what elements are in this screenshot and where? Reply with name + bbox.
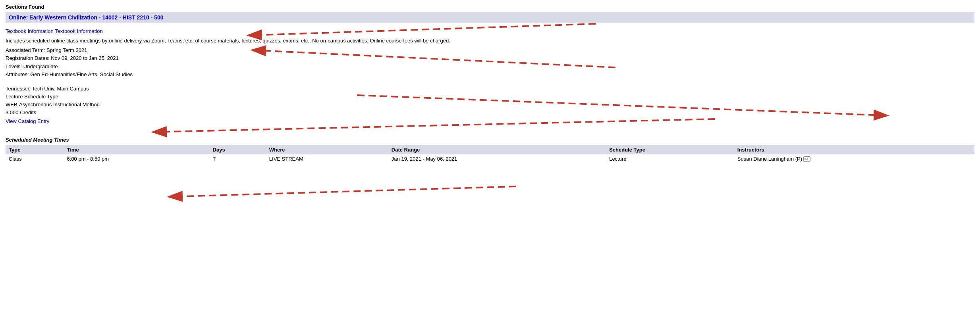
campus-info: Tennessee Tech Univ, Main Campus Lecture… (6, 85, 974, 126)
cell-days: T (210, 154, 266, 164)
associated-term-line: Associated Term: Spring Term 2021 (6, 46, 974, 54)
instructional-method-line: WEB-Asynchronous Instructional Method (6, 101, 974, 109)
course-info-block: Textbook Information Textbook Informatio… (6, 26, 974, 131)
scheduled-meeting-section: Scheduled Meeting Times Type Time Days W… (6, 137, 974, 164)
table-row: Class6:00 pm - 8:50 pmTLIVE STREAMJan 19… (6, 154, 974, 164)
levels-line: Levels: Undergraduate (6, 63, 974, 71)
svg-line-4 (183, 186, 516, 196)
cell-type: Class (6, 154, 64, 164)
registration-dates-line: Registration Dates: Nov 09, 2020 to Jan … (6, 54, 974, 62)
col-header-time: Time (64, 145, 210, 154)
catalog-entry-link[interactable]: View Catalog Entry (6, 117, 974, 125)
credits-line: 3.000 Credits (6, 109, 974, 117)
attributes-value: Gen Ed-Humanities/Fine Arts, Social Stud… (30, 71, 133, 77)
campus-name: Tennessee Tech Univ, Main Campus (6, 85, 974, 93)
col-header-type: Type (6, 145, 64, 154)
cell-time: 6:00 pm - 8:50 pm (64, 154, 210, 164)
attributes-line: Attributes: Gen Ed-Humanities/Fine Arts,… (6, 71, 974, 79)
registration-dates-label: Registration Dates: (6, 55, 50, 61)
email-icon[interactable] (803, 156, 810, 162)
table-header-row: Type Time Days Where Date Range Schedule… (6, 145, 974, 154)
scheduled-meeting-heading: Scheduled Meeting Times (6, 137, 974, 143)
course-description: Includes scheduled online class meetings… (6, 37, 974, 45)
course-header-link[interactable]: Online: Early Western Civilization - 140… (9, 14, 164, 21)
col-header-where: Where (266, 145, 388, 154)
cell-where: LIVE STREAM (266, 154, 388, 164)
levels-label: Levels: (6, 63, 22, 69)
associated-term-label: Associated Term: (6, 47, 45, 53)
schedule-type-line: Lecture Schedule Type (6, 93, 974, 101)
col-header-days: Days (210, 145, 266, 154)
col-header-instructors: Instructors (734, 145, 974, 154)
levels-value: Undergraduate (23, 63, 58, 69)
cell-date-range: Jan 19, 2021 - May 06, 2021 (388, 154, 606, 164)
sections-found-heading: Sections Found (6, 4, 974, 10)
cell-instructors: Susan Diane Laningham (P) (734, 154, 974, 164)
cell-schedule-type: Lecture (606, 154, 734, 164)
associated-term-value: Spring Term 2021 (46, 47, 87, 53)
meeting-table: Type Time Days Where Date Range Schedule… (6, 145, 974, 164)
col-header-date-range: Date Range (388, 145, 606, 154)
course-header: Online: Early Western Civilization - 140… (6, 12, 974, 23)
textbook-info-link[interactable]: Textbook Information Textbook Informatio… (6, 27, 974, 35)
col-header-schedule-type: Schedule Type (606, 145, 734, 154)
attributes-label: Attributes: (6, 71, 29, 77)
registration-dates-value: Nov 09, 2020 to Jan 25, 2021 (51, 55, 119, 61)
page-container: Sections Found Online: Early Western Civ… (0, 0, 980, 167)
